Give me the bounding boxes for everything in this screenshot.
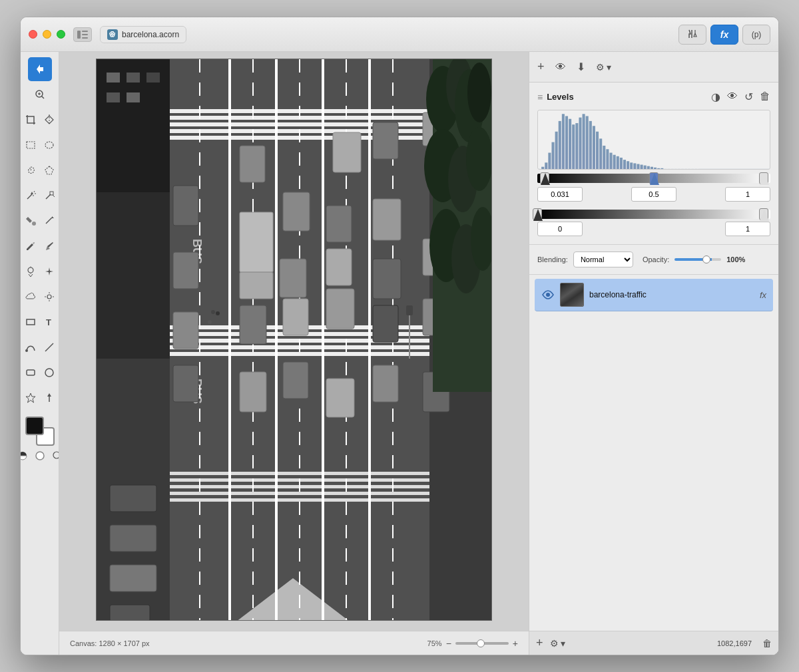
maximize-button[interactable]	[57, 30, 65, 39]
black-point-handle[interactable]	[540, 172, 549, 184]
midtone-input[interactable]	[631, 187, 676, 202]
layer-fx-badge[interactable]: fx	[760, 290, 766, 300]
lasso-tool[interactable]	[22, 158, 39, 182]
svg-rect-128	[545, 162, 547, 170]
output-white-handle[interactable]	[759, 208, 768, 220]
layer-row[interactable]: barcelona-traffic fx	[535, 279, 773, 311]
white-point-input[interactable]	[725, 187, 770, 202]
p-button[interactable]: (p)	[742, 25, 770, 45]
zoom-slider[interactable]	[455, 642, 509, 645]
circle-outline-tool[interactable]	[33, 448, 47, 463]
add-layer-bottom-button[interactable]: +	[536, 636, 543, 650]
svg-rect-80	[373, 122, 398, 159]
foreground-background-colors[interactable]	[25, 417, 55, 446]
text-tool[interactable]: T	[41, 310, 58, 334]
layer-visibility-toggle[interactable]	[541, 288, 555, 301]
rect-select-tool[interactable]	[22, 133, 39, 157]
svg-rect-135	[569, 119, 571, 170]
svg-rect-83	[283, 192, 310, 231]
svg-rect-102	[326, 379, 354, 417]
opacity-thumb[interactable]	[702, 255, 710, 263]
circle-tool[interactable]	[41, 361, 58, 385]
pen-pair	[22, 234, 58, 258]
bezier-tool[interactable]	[22, 335, 39, 359]
opacity-label: Opacity:	[643, 255, 669, 263]
blending-label: Blending:	[537, 255, 568, 263]
close-button[interactable]	[29, 30, 37, 39]
minimize-button[interactable]	[43, 30, 51, 39]
delete-filter-icon[interactable]: 🗑	[760, 90, 770, 103]
foreground-color-swatch[interactable]	[25, 417, 44, 435]
svg-marker-37	[26, 393, 35, 403]
output-black-input[interactable]	[537, 222, 583, 236]
svg-rect-127	[541, 167, 544, 170]
canvas-area: BUS BUS	[59, 52, 529, 655]
rounded-rect-tool[interactable]	[22, 361, 39, 385]
add-layer-button[interactable]: +	[537, 60, 545, 74]
line-tool[interactable]	[41, 335, 58, 359]
photo-canvas[interactable]: BUS BUS	[96, 59, 492, 621]
delete-layer-button[interactable]: 🗑	[762, 638, 772, 649]
titlebar: 🏵 barcelona.acorn fx (p)	[21, 17, 778, 52]
output-levels-track[interactable]	[537, 210, 770, 219]
layer-settings-button[interactable]: ⚙ ▾	[550, 638, 566, 649]
output-white-input[interactable]	[725, 222, 770, 236]
smart-select-tool[interactable]	[41, 184, 58, 208]
rect-circle-pair	[22, 361, 58, 385]
zoom-slider-thumb[interactable]	[477, 639, 485, 647]
visibility-icon[interactable]: 👁	[727, 90, 738, 103]
canvas-image-area[interactable]: BUS BUS	[59, 52, 529, 631]
traffic-lights	[29, 30, 65, 39]
zoom-tool[interactable]	[28, 83, 52, 106]
svg-rect-132	[559, 121, 561, 170]
star-tool[interactable]	[22, 386, 39, 410]
tools-button[interactable]	[678, 25, 706, 45]
file-tab[interactable]: 🏵 barcelona.acorn	[100, 26, 186, 43]
black-point-input[interactable]	[537, 187, 583, 202]
paint-bucket-tool[interactable]	[22, 209, 39, 233]
svg-rect-166	[674, 169, 677, 170]
crop-tool[interactable]	[22, 108, 39, 132]
output-black-handle[interactable]	[533, 208, 542, 220]
sidebar-toggle-button[interactable]	[73, 27, 92, 42]
canvas-info: Canvas: 1280 × 1707 px	[70, 639, 150, 647]
flip-tool[interactable]	[41, 108, 58, 132]
half-circle-tool[interactable]	[21, 448, 30, 463]
move-tool[interactable]	[28, 57, 52, 81]
svg-rect-160	[654, 168, 657, 170]
zoom-small-tool[interactable]	[50, 448, 60, 463]
gradient-tool[interactable]	[41, 209, 58, 233]
download-icon[interactable]: ⬇	[577, 61, 585, 73]
rect-shape-tool[interactable]	[22, 310, 39, 334]
svg-rect-125	[406, 305, 413, 315]
midtone-handle[interactable]	[649, 172, 659, 184]
sparkle-tool[interactable]	[41, 259, 58, 283]
ellipse-select-tool[interactable]	[41, 133, 58, 157]
zoom-in-button[interactable]: +	[513, 638, 518, 649]
cloud-tool[interactable]	[22, 285, 39, 309]
blending-select[interactable]: Normal Multiply Screen Overlay Darken Li…	[573, 252, 633, 267]
svg-point-116	[466, 127, 492, 191]
arrow-tool[interactable]	[41, 386, 58, 410]
contrast-icon[interactable]: ◑	[711, 90, 720, 103]
input-levels-track[interactable]	[537, 174, 770, 183]
layers-bottom-bar: + ⚙ ▾ 1082,1697 🗑	[529, 631, 778, 655]
poly-lasso-tool[interactable]	[41, 158, 58, 182]
zoom-out-button[interactable]: −	[446, 638, 451, 649]
levels-title: ≡ Levels	[537, 92, 574, 102]
brush-tool[interactable]	[41, 234, 58, 258]
fx-button[interactable]: fx	[710, 25, 738, 45]
svg-rect-163	[664, 169, 666, 170]
svg-rect-2	[82, 34, 88, 35]
layer-thumbnail	[560, 283, 584, 307]
settings-icon[interactable]: ⚙ ▾	[596, 62, 612, 73]
clone-tool[interactable]	[22, 259, 39, 283]
pen-tool[interactable]	[22, 234, 39, 258]
opacity-slider[interactable]	[674, 258, 721, 261]
svg-rect-97	[373, 305, 398, 342]
reset-icon[interactable]: ↺	[744, 90, 753, 103]
white-point-handle[interactable]	[759, 172, 768, 184]
sun-tool[interactable]	[41, 285, 58, 309]
magic-wand-tool[interactable]	[22, 184, 39, 208]
eye-icon[interactable]: 👁	[555, 61, 566, 73]
